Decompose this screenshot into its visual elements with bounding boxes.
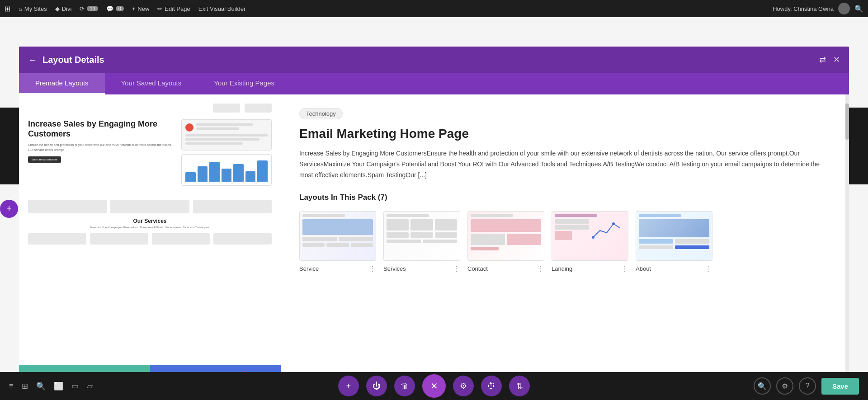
tab-existing-pages[interactable]: Your Existing Pages xyxy=(198,73,291,94)
mobile-icon[interactable]: ▱ xyxy=(87,381,93,391)
mockup-service-block xyxy=(213,233,272,245)
greeting-text: Howdy, Christina Gwira xyxy=(773,5,834,12)
layout-card[interactable]: Services ⋮ xyxy=(383,211,460,273)
my-sites-menu[interactable]: ⌂ My Sites xyxy=(19,5,47,12)
scrollbar-track[interactable] xyxy=(845,94,849,390)
thumb-box xyxy=(639,239,673,244)
menu-icon[interactable]: ≡ xyxy=(9,381,14,391)
plus-icon: + xyxy=(346,381,351,391)
layout-card-actions: Service ⋮ xyxy=(299,264,376,273)
help-icon: ? xyxy=(806,382,810,390)
close-modal-button[interactable]: ✕ xyxy=(833,55,840,65)
admin-search-icon[interactable]: 🔍 xyxy=(854,5,863,13)
thumb-box xyxy=(555,225,589,230)
scrollbar-thumb[interactable] xyxy=(845,104,849,140)
layout-card-label: Services xyxy=(383,265,406,272)
power-icon: ⏻ xyxy=(373,381,381,391)
layout-card-thumbnail xyxy=(636,211,712,261)
mockup-line xyxy=(196,127,239,130)
tab-premade-layouts[interactable]: Premade Layouts xyxy=(19,73,105,94)
layout-card-thumbnail xyxy=(467,211,544,261)
add-content-button[interactable]: + xyxy=(338,376,359,396)
mockup-hero-right xyxy=(181,119,272,186)
search-icon[interactable]: 🔍 xyxy=(36,381,46,391)
exit-visual-builder-menu[interactable]: Exit Visual Builder xyxy=(198,5,246,12)
mockup-bar xyxy=(198,166,208,182)
detail-panel: Technology Email Marketing Home Page Inc… xyxy=(281,94,849,390)
thumb-box xyxy=(675,239,709,244)
delete-button[interactable]: 🗑 xyxy=(394,376,415,396)
edit-icon: ✏ xyxy=(157,5,162,12)
layout-card-more-button[interactable]: ⋮ xyxy=(453,264,460,273)
thumb-title xyxy=(639,214,681,217)
save-button[interactable]: Save xyxy=(821,378,859,395)
avatar[interactable] xyxy=(838,3,850,14)
layout-card-more-button[interactable]: ⋮ xyxy=(621,264,628,273)
thumb-box xyxy=(387,240,421,243)
modal-content: Increase Sales by Engaging More Customer… xyxy=(19,94,849,390)
layout-card[interactable]: Landing ⋮ xyxy=(552,211,628,273)
mockup-block xyxy=(245,104,272,113)
sync-icon[interactable]: ⇄ xyxy=(819,55,826,65)
preview-panel: Increase Sales by Engaging More Customer… xyxy=(19,94,281,390)
mockup-bottom-block xyxy=(28,200,107,213)
wp-logo-icon[interactable]: ⊞ xyxy=(5,5,10,13)
layout-card-label: About xyxy=(636,265,651,272)
search-icon: 🔍 xyxy=(758,382,767,391)
layout-card-more-button[interactable]: ⋮ xyxy=(705,264,712,273)
layout-card-more-button[interactable]: ⋮ xyxy=(369,264,376,273)
mockup-chart xyxy=(181,154,272,186)
new-menu[interactable]: + New xyxy=(132,5,150,12)
tab-saved-layouts[interactable]: Your Saved Layouts xyxy=(105,73,198,94)
mockup-email-meta xyxy=(196,123,268,132)
mockup-avatar xyxy=(185,123,193,132)
divi-menu[interactable]: ◆ Divi xyxy=(55,5,72,12)
category-badge: Technology xyxy=(299,108,343,119)
page-settings-button[interactable]: ⚙ xyxy=(453,376,474,396)
mockup-hero-title: Increase Sales by Engaging More Customer… xyxy=(28,119,175,139)
portability-button[interactable]: ⏻ xyxy=(366,376,387,396)
thumb-image xyxy=(471,219,541,232)
thumb-box xyxy=(435,219,457,231)
add-section-button[interactable]: + xyxy=(0,200,18,218)
plus-icon: + xyxy=(6,203,12,214)
thumb-box xyxy=(339,237,373,241)
mockup-bar xyxy=(257,160,268,182)
layout-card-actions: Contact ⋮ xyxy=(467,264,544,273)
thumb-box xyxy=(555,219,589,224)
thumb-row xyxy=(555,219,625,244)
modal-back-button[interactable]: ← xyxy=(28,55,37,65)
layout-card-thumbnail xyxy=(299,211,376,261)
preview-mockup: Increase Sales by Engaging More Customer… xyxy=(19,94,281,254)
search-button[interactable]: 🔍 xyxy=(754,377,771,395)
divi-icon: ◆ xyxy=(55,5,60,12)
bottom-right: 🔍 ⚙ ? Save xyxy=(754,377,859,395)
desktop-icon[interactable]: ⬜ xyxy=(54,381,63,391)
thumb-row xyxy=(639,245,709,249)
modal-header-actions: ⇄ ✕ xyxy=(819,55,840,65)
mockup-line xyxy=(185,138,259,141)
thumb-box xyxy=(387,219,409,231)
plus-icon: + xyxy=(132,5,136,12)
comments-menu[interactable]: 💬 0 xyxy=(106,5,124,12)
layout-card[interactable]: About ⋮ xyxy=(636,211,712,273)
edit-page-menu[interactable]: ✏ Edit Page xyxy=(157,5,190,12)
mockup-services-desc: Maximize Your Campaign's Potential and B… xyxy=(28,226,272,229)
svg-point-0 xyxy=(592,236,594,239)
help-button[interactable]: ? xyxy=(799,377,816,395)
tablet-icon[interactable]: ▭ xyxy=(71,381,79,391)
layout-card[interactable]: Service ⋮ xyxy=(299,211,376,273)
close-builder-button[interactable]: ✕ xyxy=(422,374,446,398)
history-button[interactable]: ⏱ xyxy=(481,376,502,396)
mockup-bar xyxy=(209,162,220,182)
settings-button[interactable]: ⚙ xyxy=(776,377,793,395)
thumb-box xyxy=(410,219,433,231)
thumb-box xyxy=(675,245,709,249)
grid-icon[interactable]: ⊞ xyxy=(22,381,28,391)
thumb-inner xyxy=(552,212,628,260)
responsive-button[interactable]: ⇅ xyxy=(509,376,530,396)
thumb-row xyxy=(387,232,457,238)
layout-card-more-button[interactable]: ⋮ xyxy=(537,264,544,273)
layout-card[interactable]: Contact ⋮ xyxy=(467,211,544,273)
updates-menu[interactable]: ⟳ 10 xyxy=(80,5,98,12)
